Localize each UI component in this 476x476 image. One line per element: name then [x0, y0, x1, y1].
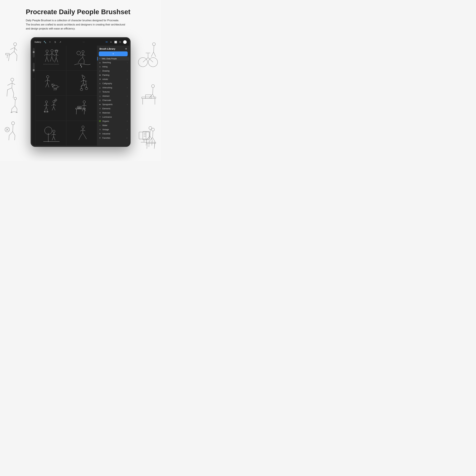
svg-line-145 [52, 107, 54, 110]
canvas-area[interactable]: ? [35, 46, 97, 146]
artistic-icon: ✿ [99, 78, 101, 80]
svg-line-171 [54, 134, 56, 135]
brush-item-favorites[interactable]: ★ Favorites 10 [97, 136, 129, 140]
svg-line-99 [83, 53, 83, 57]
svg-line-111 [45, 80, 47, 82]
layers-icon[interactable]: ⧉ [119, 41, 121, 44]
svg-line-127 [81, 84, 86, 86]
industrial-icon: ⚙ [99, 133, 101, 135]
brush-item-painting[interactable]: ◆ Painting [97, 73, 129, 77]
illus-cell-7 [35, 121, 66, 146]
sketching-icon: ▲ [99, 61, 101, 64]
favorites-label: Favorites [102, 137, 125, 139]
brush-item-artistic[interactable]: ✿ Artistic 3 [97, 77, 129, 81]
svg-line-146 [54, 107, 55, 110]
illus-cell-6 [67, 96, 97, 120]
airbrushing-icon: ▲ [99, 86, 101, 89]
brush-library-header: Brush Library + [97, 46, 129, 51]
opacity-slider[interactable] [33, 63, 35, 72]
color-picker[interactable] [123, 40, 127, 44]
svg-line-83 [47, 54, 49, 55]
cursor-icon[interactable]: ⌖ [49, 41, 51, 44]
water-icon: ≈ [99, 124, 101, 127]
svg-line-79 [47, 52, 47, 57]
svg-line-118 [58, 86, 59, 87]
brush-library-panel: Brush Library + + ✏ Toffu | Daily People [97, 46, 129, 146]
more-icon[interactable]: ··· [83, 41, 85, 44]
brush-item-calligraphy[interactable]: α Calligraphy [97, 81, 129, 85]
favorites-number: 10 [126, 137, 128, 139]
brush-category-list[interactable]: ▲ Sketching 1 ● Inking ∫ Drawing [97, 60, 129, 146]
gallery-button[interactable]: Gallery [34, 41, 41, 43]
svg-line-168 [52, 136, 54, 140]
spraypaints-label: Spraypaints [102, 103, 126, 106]
brush-item-textures[interactable]: ⬡ Textures [97, 90, 129, 94]
top-bar-left: Gallery 🔧 ⌖ S ↗ [34, 41, 62, 44]
smudge-icon[interactable]: ✒ [110, 41, 113, 44]
sketching-number: 1 [127, 62, 128, 63]
svg-point-114 [52, 84, 54, 86]
brush-item-inking[interactable]: ● Inking [97, 65, 129, 69]
illus-cell-5: ? [35, 96, 66, 120]
selected-brush-label: Toffu | Daily People [102, 58, 117, 60]
selected-brush-item[interactable]: ✏ Toffu | Daily People [97, 57, 129, 60]
svg-line-115 [54, 88, 54, 91]
selection-icon[interactable]: S [54, 41, 57, 44]
opacity-thumb[interactable] [33, 69, 35, 71]
wrench-icon[interactable]: 🔧 [43, 41, 46, 44]
svg-point-96 [55, 50, 58, 51]
brush-add-button[interactable]: + [125, 47, 127, 51]
transform-icon[interactable]: ↗ [59, 41, 62, 44]
brush-item-organic[interactable]: 🌿 Organic 8 [97, 119, 129, 123]
tablet-screen: Gallery 🔧 ⌖ S ↗ ··· ✏ ✒ ⬜ ⧉ [32, 38, 129, 146]
new-brush-button[interactable]: + [99, 51, 128, 56]
svg-line-174 [83, 128, 83, 133]
brush-item-water[interactable]: ≈ Water [97, 123, 129, 128]
brush-item-elements[interactable]: ⊙ Elements [97, 106, 129, 111]
brush-item-abstract[interactable]: △ Abstract 5 [97, 94, 129, 98]
materials-number: 7 [127, 112, 128, 114]
description: Daily People Brushset is a collection of… [26, 18, 136, 31]
svg-line-175 [80, 133, 83, 136]
eraser-icon[interactable]: ⬜ [114, 41, 117, 44]
brush-item-charcoals[interactable]: ||| Charcoals [97, 98, 129, 102]
illus-cell-4 [67, 71, 97, 95]
water-label: Water [102, 124, 128, 127]
painting-label: Painting [102, 74, 128, 76]
brush-item-airbrushing[interactable]: ▲ Airbrushing 4 [97, 85, 129, 90]
svg-line-102 [78, 60, 80, 63]
svg-line-132 [85, 82, 86, 84]
drawing-number: 2 [127, 70, 128, 72]
textures-icon: ⬡ [99, 91, 101, 93]
tablet-volume-button [45, 37, 51, 37]
svg-line-112 [47, 80, 50, 81]
calligraphy-icon: α [99, 82, 101, 85]
square-icon[interactable]: □ [33, 78, 35, 80]
brush-item-industrial[interactable]: ⚙ Industrial [97, 132, 129, 136]
svg-text:?: ? [55, 99, 56, 101]
illustration-grid: ? [35, 46, 97, 146]
svg-line-137 [46, 107, 48, 111]
brush-item-spraypaints[interactable]: ■ Spraypaints 6 [97, 102, 129, 106]
brush-size-thumb[interactable] [33, 51, 35, 53]
brush-size-slider[interactable] [33, 48, 35, 58]
textures-label: Textures [102, 91, 128, 93]
brush-item-drawing[interactable]: ∫ Drawing 2 [97, 69, 129, 73]
pencil-icon[interactable]: ✏ [106, 40, 108, 44]
svg-line-88 [49, 54, 52, 55]
svg-line-154 [82, 108, 84, 111]
svg-line-159 [76, 109, 77, 114]
brush-item-materials[interactable]: ⊛ Materials 7 [97, 111, 129, 115]
svg-line-178 [85, 136, 86, 139]
calligraphy-label: Calligraphy [102, 82, 128, 85]
illus-cell-1 [35, 46, 66, 70]
main-content: □ [32, 46, 129, 146]
luminance-label: Luminance [102, 116, 128, 118]
brush-item-vintage[interactable]: ⊙ Vintage 9 [97, 128, 129, 132]
brush-item-sketching[interactable]: ▲ Sketching 1 [97, 60, 129, 65]
brush-item-luminance[interactable]: ✦ Luminance [97, 115, 129, 119]
abstract-number: 5 [127, 95, 128, 97]
page-title: Procreate Daily People Brushset [26, 8, 136, 16]
materials-icon: ⊛ [99, 112, 101, 114]
svg-line-82 [44, 54, 47, 55]
